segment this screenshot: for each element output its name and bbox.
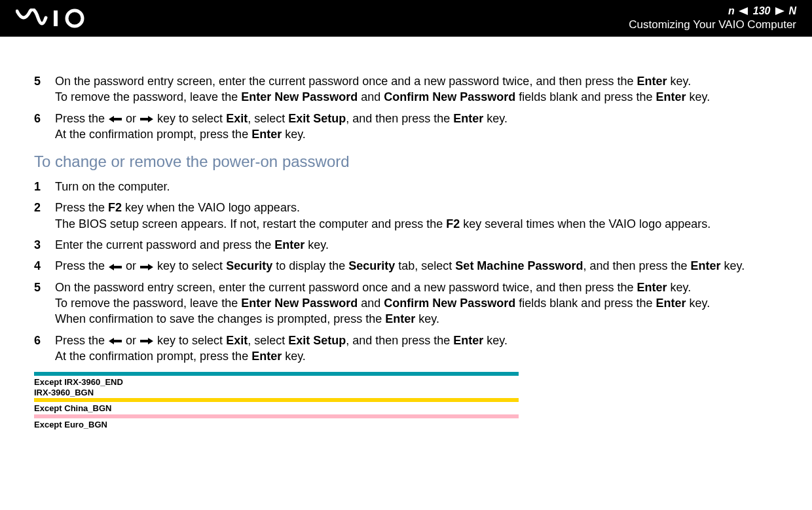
step-number: 1	[34, 179, 55, 194]
step-number: 6	[34, 333, 55, 348]
step-number: 6	[34, 111, 55, 126]
page-number: 130	[752, 5, 772, 17]
arrow-right-icon	[140, 116, 153, 122]
header-bar: n 130 N Customizing Your VAIO Computer	[0, 0, 812, 37]
marker-row: Except Euro_BGN	[34, 414, 519, 431]
arrow-right-icon	[140, 338, 153, 344]
step-body: Enter the current password and press the…	[55, 237, 786, 253]
nav-forward-icon[interactable]	[775, 7, 784, 15]
arrow-left-icon	[109, 338, 122, 344]
content-area: 5 On the password entry screen, enter th…	[0, 37, 812, 444]
section-heading: To change or remove the power-on passwor…	[34, 153, 786, 171]
header-right: n 130 N Customizing Your VAIO Computer	[629, 5, 796, 31]
step-number: 3	[34, 237, 55, 253]
marker-row: Except IRX-3960_END IRX-3960_BGN	[34, 372, 519, 398]
step-2: 2 Press the F2 key when the VAIO logo ap…	[34, 200, 786, 232]
marker-label: Except IRX-3960_END IRX-3960_BGN	[34, 376, 519, 398]
step-body: Press the or key to select Exit, select …	[55, 111, 786, 143]
svg-rect-0	[54, 10, 58, 26]
marker-label: Except China_BGN	[34, 402, 519, 414]
step-number: 2	[34, 200, 55, 215]
arrow-right-icon	[140, 264, 153, 270]
marker-row: Except China_BGN	[34, 398, 519, 414]
step-4: 4 Press the or key to select Security to…	[34, 258, 786, 274]
arrow-left-icon	[109, 116, 122, 122]
step-5b: 5 On the password entry screen, enter th…	[34, 280, 786, 327]
step-6b: 6 Press the or key to select Exit, selec…	[34, 333, 786, 365]
nav-n-right: N	[788, 5, 796, 17]
step-6a: 6 Press the or key to select Exit, selec…	[34, 111, 786, 143]
arrow-left-icon	[109, 264, 122, 270]
svg-point-1	[67, 10, 83, 26]
condition-markers: Except IRX-3960_END IRX-3960_BGN Except …	[34, 372, 519, 430]
step-body: Press the or key to select Security to d…	[55, 258, 786, 274]
step-body: Turn on the computer.	[55, 179, 786, 194]
step-body: On the password entry screen, enter the …	[55, 73, 786, 105]
nav-n-left: n	[728, 5, 735, 17]
page-nav: n 130 N	[629, 5, 796, 17]
step-body: Press the or key to select Exit, select …	[55, 333, 786, 365]
step-body: On the password entry screen, enter the …	[55, 280, 786, 327]
step-number: 4	[34, 258, 55, 274]
step-number: 5	[34, 73, 55, 89]
step-1: 1 Turn on the computer.	[34, 179, 786, 194]
section-title: Customizing Your VAIO Computer	[629, 18, 796, 31]
step-3: 3 Enter the current password and press t…	[34, 237, 786, 253]
step-number: 5	[34, 280, 55, 295]
nav-back-icon[interactable]	[739, 7, 748, 15]
marker-label: Except Euro_BGN	[34, 418, 519, 431]
step-body: Press the F2 key when the VAIO logo appe…	[55, 200, 786, 232]
step-5a: 5 On the password entry screen, enter th…	[34, 73, 786, 105]
vaio-logo	[16, 9, 101, 28]
